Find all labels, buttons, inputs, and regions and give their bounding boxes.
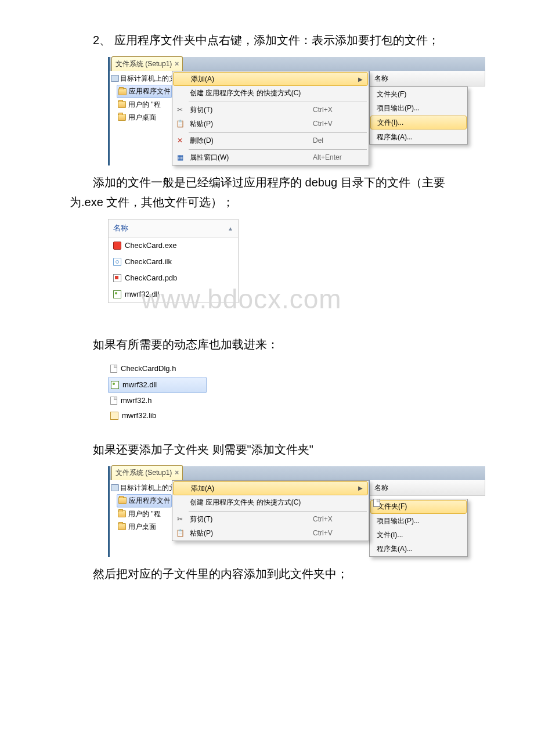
list-header: 名称	[370, 480, 485, 496]
paste-icon: 📋	[176, 118, 185, 129]
tab-active[interactable]: 文件系统 (Setup1) ×	[111, 465, 183, 480]
tree-item-user-desktop[interactable]: 用户桌面	[117, 111, 172, 124]
properties-icon: ▦	[177, 152, 183, 163]
tab-strip: 文件系统 (Setup1) ×	[110, 466, 485, 480]
chevron-right-icon: ▶	[358, 483, 363, 493]
menu-item-delete[interactable]: ✕ 删除(D) Del	[172, 134, 369, 148]
chevron-right-icon: ▶	[358, 74, 363, 84]
tree-item-app-folder[interactable]: 应用程序文件夹	[117, 85, 172, 98]
screenshot-2: 文件系统 (Setup1) × 目标计算机上的文件系统 应用程序文件夹 用户的 …	[108, 466, 485, 557]
menu-item-add[interactable]: 添加(A) ▶	[173, 72, 368, 86]
tree-item-user-prog[interactable]: 用户的 "程	[117, 98, 172, 111]
doc-paragraph: 然后把对应的子文件里的内容添加到此文件夹中；	[70, 564, 464, 584]
menu-label: 属性窗口(W)	[190, 152, 308, 163]
file-name: CheckCard.pdb	[125, 272, 177, 285]
cut-icon: ✂	[177, 513, 183, 525]
submenu-add: 文件夹(F) 项目输出(P)... 文件(I)... 程序集(A)...	[369, 87, 468, 145]
list-item[interactable]: CheckCard.exe	[109, 237, 238, 254]
folder-icon	[118, 114, 126, 121]
list-header: 名称	[370, 71, 485, 87]
menu-label: 添加(A)	[191, 73, 302, 85]
tree-pane: 目标计算机上的文件系统 应用程序文件夹 用户的 "程 用户桌面	[110, 71, 172, 165]
submenu-item-file[interactable]: 文件(I)...	[370, 116, 467, 129]
column-header[interactable]: 名称	[370, 480, 485, 495]
file-name: mwrf32.dll	[122, 379, 157, 391]
tab-strip: 文件系统 (Setup1) ×	[110, 57, 485, 71]
lib-icon	[110, 412, 118, 420]
cut-icon: ✂	[177, 104, 183, 116]
submenu-item-assembly[interactable]: 程序集(A)...	[370, 542, 467, 556]
tree-item-user-prog[interactable]: 用户的 "程	[117, 507, 172, 520]
close-icon[interactable]: ×	[175, 467, 179, 478]
menu-label: 创建 应用程序文件夹 的快捷方式(C)	[190, 87, 308, 99]
doc-paragraph: 如果还要添加子文件夹 则需要"添加文件夹"	[70, 440, 464, 459]
submenu-item-assembly[interactable]: 程序集(A)...	[370, 130, 467, 144]
folder-icon	[118, 510, 126, 517]
computer-icon	[111, 484, 119, 491]
menu-item-cut[interactable]: ✂ 剪切(T) Ctrl+X	[172, 513, 369, 527]
list-item[interactable]: mwrf32.lib	[108, 408, 207, 423]
menu-shortcut: Ctrl+X	[313, 104, 359, 116]
submenu-item-folder[interactable]: 文件夹(F)	[370, 500, 467, 514]
paste-icon: 📋	[176, 527, 185, 539]
doc-paragraph: 2、 应用程序文件夹中点右键，添加文件：表示添加要打包的文件；	[70, 30, 464, 50]
column-header[interactable]: 名称	[370, 71, 485, 86]
menu-item-properties[interactable]: ▦ 属性窗口(W) Alt+Enter	[172, 151, 369, 165]
folder-icon	[118, 88, 127, 95]
h-file-icon	[110, 365, 117, 373]
list-item[interactable]: mwrf32.dll	[108, 377, 207, 393]
list-item[interactable]: CheckCard.ilk	[109, 254, 238, 270]
file-name: mwrf32.h	[121, 394, 151, 407]
menu-item-create-shortcut[interactable]: 创建 应用程序文件夹 的快捷方式(C)	[172, 87, 369, 100]
folder-icon	[118, 101, 126, 108]
menu-item-create-shortcut[interactable]: 创建 应用程序文件夹 的快捷方式(C)	[172, 496, 369, 510]
menu-shortcut: Ctrl+X	[313, 513, 359, 525]
exe-icon	[113, 242, 121, 250]
list-item[interactable]: mwrf32.h	[108, 393, 207, 408]
submenu-item-project-output[interactable]: 项目输出(P)...	[370, 514, 467, 528]
tab-label: 文件系统 (Setup1)	[116, 58, 172, 70]
ilk-icon	[113, 258, 121, 266]
menu-separator	[189, 132, 367, 133]
menu-label: 剪切(T)	[190, 513, 308, 525]
tree-item-user-desktop[interactable]: 用户桌面	[117, 520, 172, 533]
tree-label: 用户桌面	[128, 521, 156, 532]
menu-label: 添加(A)	[191, 483, 302, 494]
submenu-item-project-output[interactable]: 项目输出(P)...	[370, 101, 467, 115]
tree-label: 应用程序文件夹	[129, 85, 170, 97]
sort-asc-icon: ▲	[228, 224, 233, 233]
submenu-item-file[interactable]: 文件(I)...	[370, 528, 467, 542]
menu-label: 粘贴(P)	[190, 527, 308, 539]
list-item[interactable]: CheckCard.pdb	[109, 270, 238, 286]
filelist-header-label: 名称	[113, 222, 128, 235]
file-name: CheckCard.ilk	[125, 255, 172, 268]
tree-root[interactable]: 目标计算机上的文件系统	[110, 72, 172, 85]
menu-item-add[interactable]: 添加(A) ▶	[173, 481, 368, 495]
menu-item-paste[interactable]: 📋 粘贴(P) Ctrl+V	[172, 527, 369, 541]
tree-item-app-folder[interactable]: 应用程序文件夹	[117, 494, 172, 507]
computer-icon	[111, 75, 119, 82]
submenu-item-folder[interactable]: 文件夹(F)	[370, 87, 467, 101]
file-name: mwrf32.lib	[122, 409, 156, 422]
file-icon	[373, 499, 380, 507]
menu-item-cut[interactable]: ✂ 剪切(T) Ctrl+X	[172, 103, 369, 117]
menu-separator	[189, 149, 367, 150]
pdb-icon	[113, 274, 121, 282]
file-name: CheckCardDlg.h	[121, 362, 176, 375]
delete-icon: ✕	[177, 135, 183, 146]
menu-shortcut: Ctrl+V	[313, 118, 359, 129]
tab-label: 文件系统 (Setup1)	[116, 467, 172, 478]
filelist-header[interactable]: 名称 ▲	[109, 219, 238, 237]
debug-file-list: 名称 ▲ CheckCard.exe CheckCard.ilk CheckCa…	[108, 219, 239, 303]
tree-root[interactable]: 目标计算机上的文件系统	[110, 481, 172, 494]
menu-item-paste[interactable]: 📋 粘贴(P) Ctrl+V	[172, 117, 369, 131]
tree-pane: 目标计算机上的文件系统 应用程序文件夹 用户的 "程 用户桌面	[110, 480, 172, 557]
tab-active[interactable]: 文件系统 (Setup1) ×	[111, 56, 183, 71]
list-item[interactable]: mwrf32.dll	[109, 286, 238, 303]
file-name: mwrf32.dll	[125, 288, 159, 301]
close-icon[interactable]: ×	[175, 58, 179, 70]
list-item[interactable]: CheckCardDlg.h	[108, 361, 207, 376]
context-menu: 添加(A) ▶ 创建 应用程序文件夹 的快捷方式(C) ✂ 剪切(T) Ctrl…	[172, 480, 369, 541]
doc-paragraph: 如果有所需要的动态库也加载进来：	[70, 334, 464, 354]
tree-label: 用户的 "程	[128, 99, 161, 110]
